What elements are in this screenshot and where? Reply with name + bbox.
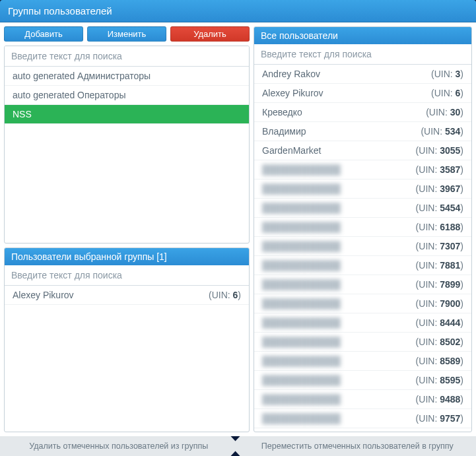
user-uin: (UIN: 7900) [416, 298, 463, 309]
user-row[interactable]: ████████████(UIN: 6188) [254, 218, 471, 237]
user-uin: (UIN: 8589) [416, 356, 463, 366]
user-row[interactable]: ████████████(UIN: 9488) [254, 390, 471, 409]
all-users-search-input[interactable] [254, 44, 471, 65]
user-row[interactable]: ████████████(UIN: 7881) [254, 256, 471, 275]
user-uin: (UIN: 8444) [416, 317, 463, 328]
user-row[interactable]: **maximilian****(UIN: 9865) [254, 428, 471, 432]
group-name: NSS [13, 109, 32, 119]
user-uin: (UIN: 7881) [416, 260, 463, 271]
all-users-header: Все пользователи [254, 27, 471, 44]
user-uin: (UIN: 8595) [416, 375, 463, 385]
groups-search-input[interactable] [5, 46, 249, 67]
user-name: ████████████ [262, 394, 341, 405]
members-search-input[interactable] [5, 265, 249, 286]
all-users-panel: Все пользователи Andrey Rakov(UIN: 3)Ale… [254, 26, 472, 432]
user-row[interactable]: ████████████(UIN: 8502) [254, 333, 471, 352]
remove-from-group-button[interactable]: Удалить отмеченных пользователей из груп… [0, 436, 240, 456]
group-row[interactable]: auto generated Администраторы [5, 67, 249, 86]
user-name: Andrey Rakov [262, 69, 320, 79]
user-name: ████████████ [262, 222, 341, 232]
user-row[interactable]: Alexey Pikurov(UIN: 6) [254, 84, 471, 103]
delete-button[interactable]: Удалить [170, 26, 250, 42]
user-name: ████████████ [262, 183, 341, 194]
user-row[interactable]: ████████████(UIN: 8589) [254, 352, 471, 371]
user-name: ████████████ [262, 203, 341, 213]
group-name: auto generated Администраторы [13, 71, 151, 81]
user-name: ████████████ [262, 260, 341, 271]
user-name: ████████████ [262, 413, 341, 424]
user-name: ████████████ [262, 241, 341, 251]
user-uin: (UIN: 3967) [416, 183, 463, 194]
user-name: ████████████ [262, 356, 341, 366]
content-area: Добавить Изменить Удалить auto generated… [0, 22, 476, 436]
footer-bar: Удалить отмеченных пользователей из груп… [0, 436, 476, 456]
user-name: Alexey Pikurov [262, 88, 323, 98]
user-uin: (UIN: 534) [421, 126, 463, 137]
user-name: ████████████ [262, 298, 341, 309]
members-list[interactable]: Alexey Pikurov(UIN: 6) [5, 286, 249, 432]
edit-button[interactable]: Изменить [87, 26, 166, 42]
right-column: Все пользователи Andrey Rakov(UIN: 3)Ale… [254, 26, 472, 432]
user-uin: (UIN: 3) [431, 69, 463, 79]
group-row[interactable]: NSS [5, 105, 249, 124]
user-row[interactable]: ████████████(UIN: 5454) [254, 199, 471, 218]
user-uin: (UIN: 9757) [416, 413, 463, 424]
user-name: Креведко [262, 107, 302, 117]
user-uin: (UIN: 6) [431, 88, 463, 98]
user-row[interactable]: Владимир(UIN: 534) [254, 122, 471, 141]
user-row[interactable]: Alexey Pikurov(UIN: 6) [5, 286, 249, 305]
user-uin: (UIN: 6) [209, 290, 241, 300]
user-name: GardenMarket [262, 145, 321, 156]
user-name: ████████████ [262, 317, 341, 328]
user-name: ████████████ [262, 375, 341, 385]
user-name: ████████████ [262, 279, 341, 290]
user-uin: (UIN: 8502) [416, 337, 463, 347]
user-uin: (UIN: 5454) [416, 203, 463, 213]
user-uin: (UIN: 7307) [416, 241, 463, 251]
user-uin: (UIN: 6188) [416, 222, 463, 232]
user-row[interactable]: ████████████(UIN: 8444) [254, 313, 471, 333]
group-toolbar: Добавить Изменить Удалить [4, 26, 250, 42]
user-name: Alexey Pikurov [13, 290, 74, 300]
user-row[interactable]: ████████████(UIN: 9757) [254, 409, 471, 428]
user-row[interactable]: ████████████(UIN: 7899) [254, 275, 471, 294]
user-row[interactable]: ████████████(UIN: 3587) [254, 160, 471, 179]
user-row[interactable]: ████████████(UIN: 8595) [254, 371, 471, 390]
left-column: Добавить Изменить Удалить auto generated… [4, 26, 250, 432]
user-uin: (UIN: 3587) [416, 164, 463, 175]
user-uin: (UIN: 9488) [416, 394, 463, 405]
user-uin: (UIN: 30) [426, 107, 463, 117]
groups-panel: auto generated Администраторыauto genera… [4, 46, 250, 244]
window-title: Группы пользователей [0, 0, 476, 22]
groups-list[interactable]: auto generated Администраторыauto genera… [5, 67, 249, 243]
group-members-panel: Пользователи выбранной группы [1] Alexey… [4, 247, 250, 432]
user-name: ████████████ [262, 337, 341, 347]
user-row[interactable]: GardenMarket(UIN: 3055) [254, 141, 471, 160]
group-row[interactable]: auto generated Операторы [5, 86, 249, 105]
add-button[interactable]: Добавить [4, 26, 83, 42]
user-uin: (UIN: 3055) [416, 145, 463, 156]
all-users-list[interactable]: Andrey Rakov(UIN: 3)Alexey Pikurov(UIN: … [254, 65, 471, 432]
group-name: auto generated Операторы [13, 90, 126, 100]
group-members-header: Пользователи выбранной группы [1] [5, 248, 249, 265]
user-uin: (UIN: 7899) [416, 279, 463, 290]
move-to-group-button[interactable]: Переместить отмеченных пользователей в г… [231, 436, 477, 456]
user-row[interactable]: ████████████(UIN: 7900) [254, 294, 471, 313]
user-groups-window: Группы пользователей Добавить Изменить У… [0, 0, 476, 456]
user-row[interactable]: Креведко(UIN: 30) [254, 103, 471, 122]
user-row[interactable]: ████████████(UIN: 3967) [254, 179, 471, 199]
user-name: Владимир [262, 126, 306, 137]
user-name: ████████████ [262, 164, 341, 175]
user-row[interactable]: ████████████(UIN: 7307) [254, 237, 471, 256]
user-row[interactable]: Andrey Rakov(UIN: 3) [254, 65, 471, 84]
